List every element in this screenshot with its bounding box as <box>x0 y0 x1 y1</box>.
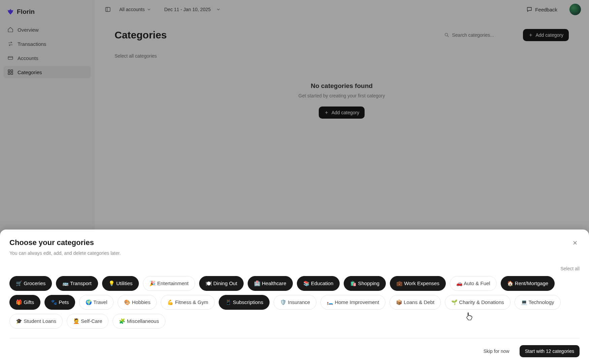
category-chip[interactable]: 📚 Education <box>297 276 340 291</box>
category-chip[interactable]: 💆 Self-Care <box>67 314 109 329</box>
category-chips: 🛒 Groceries🚌 Transport💡 Utilities🎉 Enter… <box>9 276 580 329</box>
skip-label: Skip for now <box>484 348 509 354</box>
category-chip[interactable]: 🛡️ Insurance <box>274 295 316 310</box>
sheet-select-all-label: Select all <box>560 266 580 271</box>
category-chip[interactable]: 🛏️ Home Improvement <box>320 295 385 310</box>
sheet-select-all[interactable]: Select all <box>9 266 580 271</box>
sheet-subtitle: You can always edit, add, and delete cat… <box>9 250 121 256</box>
category-chip[interactable]: 💼 Work Expenses <box>390 276 446 291</box>
category-chip[interactable]: 🎨 Hobbies <box>118 295 157 310</box>
close-button[interactable]: ✕ <box>570 238 580 248</box>
category-chip[interactable]: 📦 Loans & Debt <box>390 295 441 310</box>
category-chip[interactable]: 🍽️ Dining Out <box>199 276 244 291</box>
category-chip[interactable]: 💡 Utilities <box>102 276 139 291</box>
category-chip[interactable]: 🚗 Auto & Fuel <box>450 276 497 291</box>
category-chip[interactable]: 📱 Subscriptions <box>219 295 270 310</box>
category-chip[interactable]: 🏥 Healthcare <box>248 276 293 291</box>
close-icon: ✕ <box>572 239 578 247</box>
category-chip[interactable]: 🎓 Student Loans <box>9 314 63 329</box>
sheet-title: Choose your categories <box>9 238 121 247</box>
category-sheet: Choose your categories You can always ed… <box>0 230 589 364</box>
category-chip[interactable]: 🛍️ Shopping <box>344 276 386 291</box>
category-chip[interactable]: 🚌 Transport <box>56 276 98 291</box>
category-chip[interactable]: 💪 Fitness & Gym <box>161 295 215 310</box>
category-chip[interactable]: 🎁 Gifts <box>9 295 40 310</box>
category-chip[interactable]: 🏠 Rent/Mortgage <box>501 276 555 291</box>
start-label: Start with 12 categories <box>525 348 574 354</box>
category-chip[interactable]: 🎉 Entertainment <box>143 276 195 291</box>
category-chip[interactable]: 🌍 Travel <box>79 295 114 310</box>
sheet-footer: Skip for now Start with 12 categories <box>9 338 580 357</box>
category-chip[interactable]: 🐾 Pets <box>44 295 75 310</box>
category-chip[interactable]: 💻 Technology <box>515 295 561 310</box>
category-chip[interactable]: 🌱 Charity & Donations <box>445 295 510 310</box>
skip-button[interactable]: Skip for now <box>478 345 515 357</box>
category-chip[interactable]: 🧩 Miscellaneous <box>113 314 165 329</box>
sheet-header: Choose your categories You can always ed… <box>9 238 580 256</box>
start-button[interactable]: Start with 12 categories <box>520 345 580 357</box>
category-chip[interactable]: 🛒 Groceries <box>9 276 52 291</box>
